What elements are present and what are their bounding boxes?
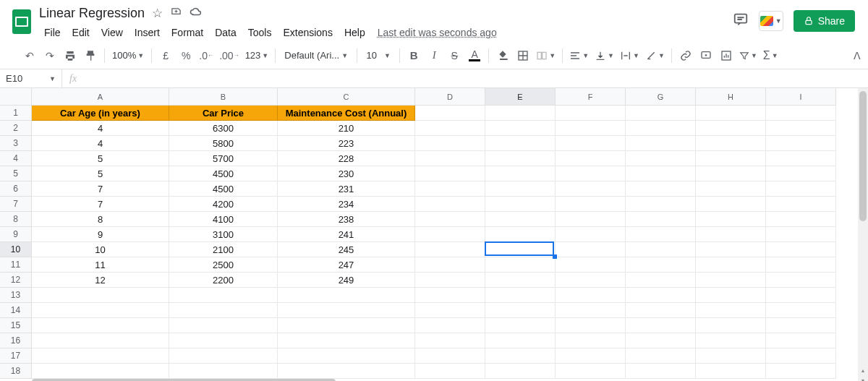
print-button[interactable]	[61, 46, 80, 65]
cell-B13[interactable]	[169, 288, 278, 303]
last-edit-link[interactable]: Last edit was seconds ago	[378, 27, 497, 38]
cell-H17[interactable]	[696, 348, 766, 364]
filter-button[interactable]: ▼	[737, 46, 760, 65]
cell-C13[interactable]	[278, 288, 415, 303]
cell-I8[interactable]	[766, 212, 836, 227]
cell-H12[interactable]	[696, 273, 766, 288]
cell-F12[interactable]	[556, 273, 626, 288]
cell-F6[interactable]	[556, 181, 626, 197]
cell-G7[interactable]	[626, 197, 696, 212]
cell-C1[interactable]: Maintenance Cost (Annual)	[278, 106, 415, 121]
cell-I17[interactable]	[766, 348, 836, 364]
cell-C5[interactable]: 230	[278, 166, 415, 181]
menu-format[interactable]: Format	[166, 24, 208, 41]
cell-B14[interactable]	[169, 303, 278, 318]
cell-E18[interactable]	[485, 364, 556, 379]
cell-D10[interactable]	[415, 242, 485, 257]
cell-C11[interactable]: 247	[278, 257, 415, 273]
cell-A14[interactable]	[32, 303, 169, 318]
cell-B9[interactable]: 3100	[169, 227, 278, 242]
cell-I1[interactable]	[766, 106, 836, 121]
col-header-E[interactable]: E	[485, 88, 556, 106]
row-header-1[interactable]: 1	[0, 106, 32, 121]
cell-H16[interactable]	[696, 333, 766, 348]
row-header-10[interactable]: 10	[0, 242, 32, 257]
cell-H7[interactable]	[696, 197, 766, 212]
chart-button[interactable]	[717, 46, 736, 65]
cloud-status-icon[interactable]	[190, 6, 203, 20]
rotate-button[interactable]: ▼	[643, 46, 667, 65]
col-header-D[interactable]: D	[415, 88, 485, 106]
cell-I14[interactable]	[766, 303, 836, 318]
cell-F5[interactable]	[556, 166, 626, 181]
cell-I6[interactable]	[766, 181, 836, 197]
cell-C15[interactable]	[278, 318, 415, 333]
cell-G4[interactable]	[626, 151, 696, 166]
cell-B15[interactable]	[169, 318, 278, 333]
col-header-B[interactable]: B	[169, 88, 278, 106]
cell-H10[interactable]	[696, 242, 766, 257]
cell-D5[interactable]	[415, 166, 485, 181]
zoom-dropdown[interactable]: 100%▼	[109, 46, 147, 65]
cell-D1[interactable]	[415, 106, 485, 121]
cell-G11[interactable]	[626, 257, 696, 273]
cell-I4[interactable]	[766, 151, 836, 166]
cell-B12[interactable]: 2200	[169, 273, 278, 288]
cell-I15[interactable]	[766, 318, 836, 333]
cell-F11[interactable]	[556, 257, 626, 273]
menu-insert[interactable]: Insert	[129, 24, 165, 41]
menu-edit[interactable]: Edit	[67, 24, 95, 41]
cell-C3[interactable]: 223	[278, 136, 415, 151]
cell-A13[interactable]	[32, 288, 169, 303]
cell-I18[interactable]	[766, 364, 836, 379]
cell-D2[interactable]	[415, 121, 485, 136]
cell-A5[interactable]: 5	[32, 166, 169, 181]
sheets-logo[interactable]	[7, 7, 36, 36]
menu-file[interactable]: File	[39, 24, 66, 41]
row-header-9[interactable]: 9	[0, 227, 32, 242]
cell-F1[interactable]	[556, 106, 626, 121]
formula-input[interactable]	[84, 69, 868, 87]
cell-F3[interactable]	[556, 136, 626, 151]
cell-E4[interactable]	[485, 151, 556, 166]
cell-I9[interactable]	[766, 227, 836, 242]
row-header-12[interactable]: 12	[0, 273, 32, 288]
cell-F10[interactable]	[556, 242, 626, 257]
row-header-7[interactable]: 7	[0, 197, 32, 212]
cell-F15[interactable]	[556, 318, 626, 333]
cell-D12[interactable]	[415, 273, 485, 288]
horiz-align-button[interactable]: ▼	[567, 46, 591, 65]
wrap-button[interactable]: ▼	[618, 46, 642, 65]
cell-A11[interactable]: 11	[32, 257, 169, 273]
cell-G6[interactable]	[626, 181, 696, 197]
vert-align-button[interactable]: ▼	[592, 46, 616, 65]
row-header-6[interactable]: 6	[0, 181, 32, 197]
horizontal-scrollbar[interactable]	[32, 378, 336, 381]
cell-G8[interactable]	[626, 212, 696, 227]
cell-E13[interactable]	[485, 288, 556, 303]
menu-view[interactable]: View	[96, 24, 128, 41]
cell-H1[interactable]	[696, 106, 766, 121]
menu-data[interactable]: Data	[210, 24, 242, 41]
cell-D8[interactable]	[415, 212, 485, 227]
cell-H4[interactable]	[696, 151, 766, 166]
cell-C10[interactable]: 245	[278, 242, 415, 257]
cell-C7[interactable]: 234	[278, 197, 415, 212]
cell-D13[interactable]	[415, 288, 485, 303]
move-icon[interactable]	[170, 6, 182, 20]
cell-C6[interactable]: 231	[278, 181, 415, 197]
cell-A1[interactable]: Car Age (in years)	[32, 106, 169, 121]
cell-E1[interactable]	[485, 106, 556, 121]
cell-G1[interactable]	[626, 106, 696, 121]
doc-title[interactable]: Linear Regression	[39, 6, 145, 21]
cell-E12[interactable]	[485, 273, 556, 288]
cell-F14[interactable]	[556, 303, 626, 318]
cell-C16[interactable]	[278, 333, 415, 348]
col-header-F[interactable]: F	[556, 88, 626, 106]
cell-F7[interactable]	[556, 197, 626, 212]
row-header-8[interactable]: 8	[0, 212, 32, 227]
row-header-13[interactable]: 13	[0, 288, 32, 303]
row-header-3[interactable]: 3	[0, 136, 32, 151]
cell-I16[interactable]	[766, 333, 836, 348]
cell-A2[interactable]: 4	[32, 121, 169, 136]
